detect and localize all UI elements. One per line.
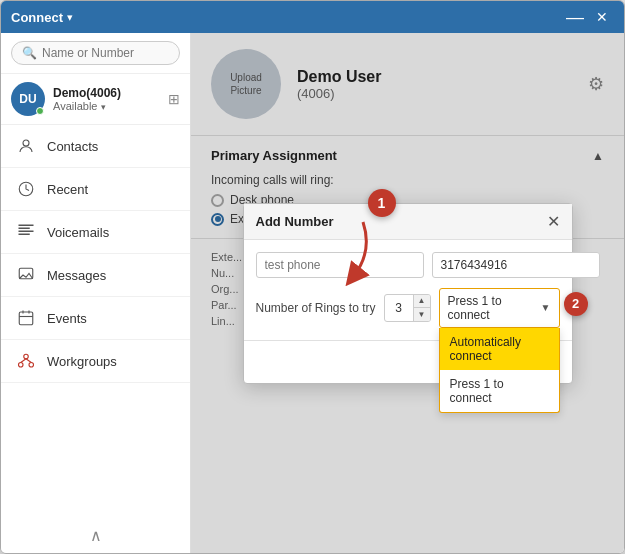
contacts-icon [15,135,37,157]
messages-icon [15,264,37,286]
connect-select[interactable]: Press 1 to connect ▼ [439,288,560,328]
workgroups-label: Workgroups [47,354,117,369]
svg-point-12 [19,363,24,368]
dropdown-option-auto[interactable]: Automatically connect [440,328,559,370]
dropdown-options: Automatically connect Press 1 to connect [439,328,560,413]
messages-label: Messages [47,268,106,283]
search-wrapper[interactable]: 🔍 [11,41,180,65]
svg-rect-7 [19,312,33,325]
modal-wrapper: 1 Add Number ✕ [243,203,573,384]
recent-icon [15,178,37,200]
svg-point-11 [24,354,29,359]
avatar-initials: DU [19,92,36,106]
svg-point-13 [29,363,34,368]
rings-spinner[interactable]: 3 ▲ ▼ [384,294,431,322]
workgroups-icon [15,350,37,372]
name-number-row [256,252,560,278]
modal-title: Add Number [256,214,334,229]
user-info: Demo(4006) Available ▾ [53,86,168,112]
title-chevron-icon: ▾ [67,11,73,24]
sidebar-item-contacts[interactable]: Contacts [1,125,190,168]
connect-dropdown-wrapper: Press 1 to connect ▼ Automatically conne… [439,288,560,328]
contacts-label: Contacts [47,139,98,154]
svg-point-0 [23,140,29,146]
search-bar: 🔍 [1,33,190,74]
svg-line-15 [26,359,31,363]
rings-label: Number of Rings to try [256,301,376,315]
spinner-down-button[interactable]: ▼ [414,308,430,321]
spinner-buttons: ▲ ▼ [413,295,430,321]
close-button[interactable]: ✕ [590,9,614,25]
sidebar-item-workgroups[interactable]: Workgroups [1,340,190,383]
status-dot [36,107,44,115]
svg-line-14 [21,359,26,363]
number-input[interactable] [432,252,600,278]
sidebar: 🔍 DU Demo(4006) Available ▾ ⊞ [1,33,191,553]
rings-row: Number of Rings to try 3 ▲ ▼ [256,288,560,328]
right-panel: UploadPicture Demo User (4006) ⚙ Primary… [191,33,624,553]
user-name: Demo(4006) [53,86,168,100]
add-number-modal: Add Number ✕ Number [243,203,573,384]
status-arrow: ▾ [101,102,106,112]
events-label: Events [47,311,87,326]
modal-overlay: 1 Add Number ✕ [191,33,624,553]
user-profile-row: DU Demo(4006) Available ▾ ⊞ [1,74,190,125]
recent-label: Recent [47,182,88,197]
app-title: Connect [11,10,63,25]
avatar: DU [11,82,45,116]
title-bar: Connect ▾ — ✕ [1,1,624,33]
minimize-button[interactable]: — [560,8,590,26]
voicemails-label: Voicemails [47,225,109,240]
user-status: Available ▾ [53,100,168,112]
annotation-2-badge: 2 [564,292,588,316]
voicemail-icon [15,221,37,243]
search-icon: 🔍 [22,46,37,60]
profile-card-icon[interactable]: ⊞ [168,91,180,107]
collapse-button[interactable]: ∧ [1,518,190,553]
spinner-up-button[interactable]: ▲ [414,295,430,308]
annotation-1-badge: 1 [368,189,396,217]
sidebar-item-voicemails[interactable]: Voicemails [1,211,190,254]
events-icon [15,307,37,329]
rings-value: 3 [385,297,413,319]
main-area: 🔍 DU Demo(4006) Available ▾ ⊞ [1,33,624,553]
app-container: Connect ▾ — ✕ 🔍 DU Demo(4006) [0,0,625,554]
sidebar-item-messages[interactable]: Messages [1,254,190,297]
dropdown-arrow-icon: ▼ [541,302,551,313]
dropdown-option-press1[interactable]: Press 1 to connect [440,370,559,412]
modal-body: Number of Rings to try 3 ▲ ▼ [244,240,572,340]
connect-select-label: Press 1 to connect [448,294,541,322]
name-input[interactable] [256,252,424,278]
modal-close-button[interactable]: ✕ [547,212,560,231]
sidebar-item-events[interactable]: Events [1,297,190,340]
sidebar-item-recent[interactable]: Recent [1,168,190,211]
search-input[interactable] [42,46,169,60]
modal-header: Add Number ✕ [244,204,572,240]
